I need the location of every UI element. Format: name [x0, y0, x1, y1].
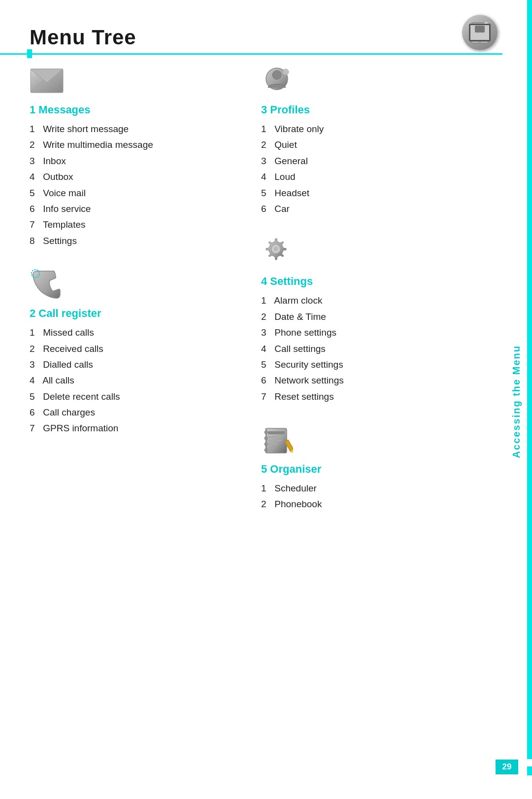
- call-register-section: 2 Call register 1 Missed calls 2 Receive…: [30, 269, 241, 437]
- list-item: 2 Quiet: [261, 137, 473, 153]
- bottom-cyan-square: [527, 766, 532, 775]
- list-item: 6 Car: [261, 201, 473, 217]
- header-device-icon: [462, 15, 498, 50]
- svg-point-4: [484, 22, 489, 27]
- organiser-list: 1 Scheduler 2 Phonebook: [261, 481, 473, 513]
- list-item: 4 Call settings: [261, 341, 473, 357]
- call-register-list: 1 Missed calls 2 Received calls 3 Dialle…: [30, 325, 241, 437]
- call-register-heading: 2 Call register: [30, 307, 241, 320]
- list-item: 7 GPRS information: [30, 420, 241, 436]
- list-item: 5 Delete recent calls: [30, 389, 241, 405]
- list-item: 8 Settings: [30, 233, 241, 249]
- profiles-section: 3 Profiles 1 Vibrate only 2 Quiet 3 Gene…: [261, 65, 473, 217]
- svg-rect-18: [268, 436, 282, 438]
- list-item: 3 Inbox: [30, 153, 241, 169]
- list-item: 2 Date & Time: [261, 309, 473, 325]
- list-item: 2 Received calls: [30, 341, 241, 357]
- list-item: 3 General: [261, 153, 473, 169]
- svg-rect-0: [471, 23, 488, 43]
- svg-point-22: [265, 431, 267, 434]
- list-item: 1 Alarm clock: [261, 293, 473, 309]
- page-number: 29: [496, 760, 518, 774]
- right-column: 3 Profiles 1 Vibrate only 2 Quiet 3 Gene…: [251, 65, 502, 532]
- top-line: [0, 53, 502, 55]
- messages-list: 1 Write short message 2 Write multimedia…: [30, 121, 241, 249]
- svg-point-3: [478, 40, 481, 43]
- messages-heading: 1 Messages: [30, 104, 241, 116]
- svg-point-23: [265, 437, 267, 440]
- settings-heading: 4 Settings: [261, 275, 473, 288]
- phone-icon: [30, 269, 64, 301]
- profiles-list: 1 Vibrate only 2 Quiet 3 General 4 Loud …: [261, 121, 473, 217]
- list-item: 1 Vibrate only: [261, 121, 473, 137]
- list-item: 5 Headset: [261, 185, 473, 201]
- messages-section: 1 Messages 1 Write short message 2 Write…: [30, 65, 241, 249]
- left-column: 1 Messages 1 Write short message 2 Write…: [30, 65, 251, 532]
- organiser-icon: [261, 424, 293, 456]
- list-item: 7 Templates: [30, 217, 241, 233]
- svg-point-12: [272, 70, 281, 79]
- settings-list: 1 Alarm clock 2 Date & Time 3 Phone sett…: [261, 293, 473, 405]
- svg-rect-1: [473, 25, 486, 35]
- profiles-icon-container: [261, 65, 296, 100]
- svg-rect-19: [268, 440, 282, 441]
- list-item: 6 Network settings: [261, 373, 473, 388]
- svg-point-5: [485, 23, 488, 26]
- envelope-icon: [30, 65, 64, 95]
- organiser-icon-container: [261, 424, 296, 459]
- gear-icon: [261, 237, 293, 269]
- organiser-heading: 5 Organiser: [261, 463, 473, 476]
- svg-rect-17: [268, 431, 285, 434]
- main-content: 1 Messages 1 Write short message 2 Write…: [0, 50, 532, 552]
- list-item: 3 Dialled calls: [30, 357, 241, 373]
- list-item: 6 Info service: [30, 201, 241, 217]
- profiles-icon: [261, 65, 293, 95]
- svg-point-24: [265, 443, 267, 446]
- svg-point-15: [273, 246, 278, 251]
- call-register-icon-container: [30, 269, 64, 303]
- settings-section: 4 Settings 1 Alarm clock 2 Date & Time 3…: [261, 237, 473, 405]
- list-item: 7 Reset settings: [261, 389, 473, 405]
- svg-point-25: [265, 449, 267, 452]
- list-item: 2 Write multimedia message: [30, 137, 241, 153]
- svg-rect-20: [268, 443, 278, 445]
- svg-point-13: [283, 69, 289, 75]
- list-item: 5 Security settings: [261, 357, 473, 373]
- list-item: 4 All calls: [30, 373, 241, 388]
- header: Menu Tree: [0, 0, 532, 50]
- page-title: Menu Tree: [30, 16, 136, 49]
- list-item: 1 Missed calls: [30, 325, 241, 341]
- organiser-section: 5 Organiser 1 Scheduler 2 Phonebook: [261, 424, 473, 513]
- list-item: 2 Phonebook: [261, 496, 473, 512]
- list-item: 1 Write short message: [30, 121, 241, 137]
- right-border: [527, 0, 532, 759]
- settings-icon-container: [261, 237, 296, 271]
- list-item: 3 Phone settings: [261, 325, 473, 341]
- list-item: 4 Outbox: [30, 169, 241, 185]
- svg-rect-2: [476, 37, 483, 39]
- messages-icon-container: [30, 65, 64, 100]
- list-item: 5 Voice mail: [30, 185, 241, 201]
- list-item: 1 Scheduler: [261, 481, 473, 496]
- vertical-label: Accessing the Menu: [511, 345, 522, 458]
- profiles-heading: 3 Profiles: [261, 104, 473, 116]
- list-item: 6 Call charges: [30, 405, 241, 420]
- list-item: 4 Loud: [261, 169, 473, 185]
